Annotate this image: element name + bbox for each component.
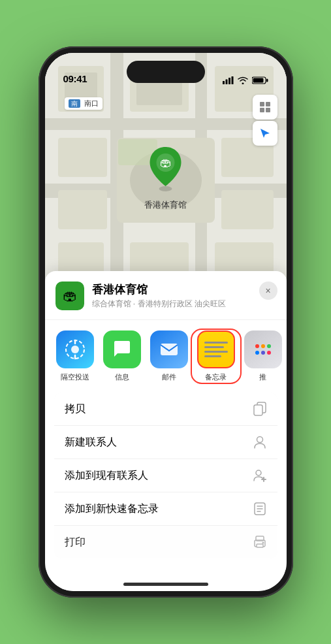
svg-rect-3: [231, 76, 233, 84]
dynamic-island: [127, 61, 205, 83]
share-app-airdrop[interactable]: 隔空投送: [52, 330, 99, 382]
location-marker: 🏟 香港体育馆: [144, 144, 187, 211]
status-icons: [223, 76, 268, 84]
person-add-icon: [253, 468, 267, 483]
svg-rect-19: [58, 138, 107, 177]
action-copy-label: 拷贝: [65, 402, 86, 416]
note-line-4: [204, 355, 221, 357]
more-icon: [244, 330, 282, 368]
svg-point-39: [257, 437, 262, 443]
home-indicator: [123, 583, 208, 586]
place-name: 香港体育馆: [92, 282, 276, 297]
close-button[interactable]: ×: [259, 282, 277, 300]
svg-rect-0: [223, 81, 225, 84]
map-controls: [253, 95, 277, 146]
notes-lines: [200, 339, 232, 360]
map-label: 南 南口: [65, 97, 102, 110]
messages-label: 信息: [115, 372, 129, 382]
svg-rect-8: [45, 118, 287, 130]
airdrop-icon: [56, 330, 94, 368]
status-time: 09:41: [63, 73, 87, 84]
note-line-2: [204, 346, 224, 348]
notes-icon: [197, 330, 235, 368]
svg-point-40: [256, 470, 261, 475]
action-item-new-contact[interactable]: 新建联系人: [54, 426, 277, 459]
action-item-add-notes[interactable]: 添加到新快速备忘录: [54, 492, 277, 526]
share-app-mail[interactable]: 邮件: [146, 330, 193, 382]
svg-rect-29: [260, 108, 264, 112]
map-label-text: 南口: [84, 99, 99, 107]
bottom-sheet: 🏟 香港体育馆 综合体育馆 · 香港特别行政区 油尖旺区 ×: [45, 271, 287, 591]
action-new-contact-label: 新建联系人: [65, 436, 117, 449]
phone-frame: 09:41: [39, 46, 293, 598]
location-arrow-icon: [259, 127, 271, 139]
copy-icon: [253, 402, 267, 416]
svg-point-50: [262, 542, 264, 544]
svg-rect-6: [253, 78, 263, 83]
location-button[interactable]: [253, 121, 277, 146]
action-item-add-existing[interactable]: 添加到现有联系人: [54, 459, 277, 492]
wifi-icon: [238, 76, 248, 84]
svg-point-31: [159, 186, 172, 191]
svg-rect-20: [58, 190, 107, 229]
svg-rect-30: [266, 108, 270, 112]
svg-rect-36: [161, 344, 178, 355]
notes-label: 备忘录: [205, 372, 227, 382]
place-icon: 🏟: [55, 282, 84, 310]
svg-rect-5: [266, 79, 268, 82]
svg-rect-27: [260, 102, 264, 106]
map-view-button[interactable]: [253, 95, 277, 120]
svg-text:🏟: 🏟: [160, 156, 172, 169]
svg-rect-28: [266, 102, 270, 106]
svg-rect-49: [257, 544, 263, 547]
share-app-more[interactable]: 推: [240, 330, 287, 382]
memo-icon: [253, 502, 267, 516]
svg-rect-22: [221, 190, 274, 229]
more-label: 推: [259, 372, 266, 382]
action-add-existing-label: 添加到现有联系人: [65, 469, 148, 483]
share-app-messages[interactable]: 信息: [99, 330, 146, 382]
printer-icon: [253, 535, 267, 549]
place-info: 🏟 香港体育馆 综合体育馆 · 香港特别行政区 油尖旺区 ×: [45, 282, 287, 320]
place-details: 香港体育馆 综合体育馆 · 香港特别行政区 油尖旺区: [92, 282, 276, 310]
mail-icon: [150, 330, 188, 368]
action-add-notes-label: 添加到新快速备忘录: [65, 502, 159, 516]
airdrop-label: 隔空投送: [61, 372, 89, 382]
svg-rect-38: [254, 405, 262, 415]
mail-label: 邮件: [162, 372, 176, 382]
map-area: 南 南口: [45, 53, 287, 301]
signal-icon: [223, 76, 234, 84]
marker-pin-svg: 🏟: [145, 144, 187, 191]
action-item-print[interactable]: 打印: [54, 526, 277, 558]
svg-rect-1: [225, 80, 227, 85]
messages-icon: [103, 330, 141, 368]
action-print-label: 打印: [65, 536, 86, 549]
svg-point-35: [71, 346, 79, 353]
close-icon: ×: [265, 285, 270, 296]
battery-icon: [252, 76, 268, 84]
note-line-1: [204, 342, 228, 344]
note-line-3: [204, 351, 228, 353]
more-dots: [255, 344, 271, 355]
marker-label: 香港体育馆: [144, 199, 187, 211]
svg-rect-2: [229, 78, 230, 84]
share-app-notes[interactable]: 备忘录: [193, 330, 240, 382]
person-icon: [253, 435, 267, 449]
phone-screen: 09:41: [45, 53, 287, 591]
share-apps-row: 隔空投送 信息: [45, 320, 287, 387]
action-item-copy[interactable]: 拷贝: [54, 393, 277, 426]
action-list: 拷贝 新建联系人 添加到现有联系人: [54, 393, 277, 558]
place-subtitle: 综合体育馆 · 香港特别行政区 油尖旺区: [92, 298, 276, 310]
place-emoji: 🏟: [63, 287, 77, 304]
